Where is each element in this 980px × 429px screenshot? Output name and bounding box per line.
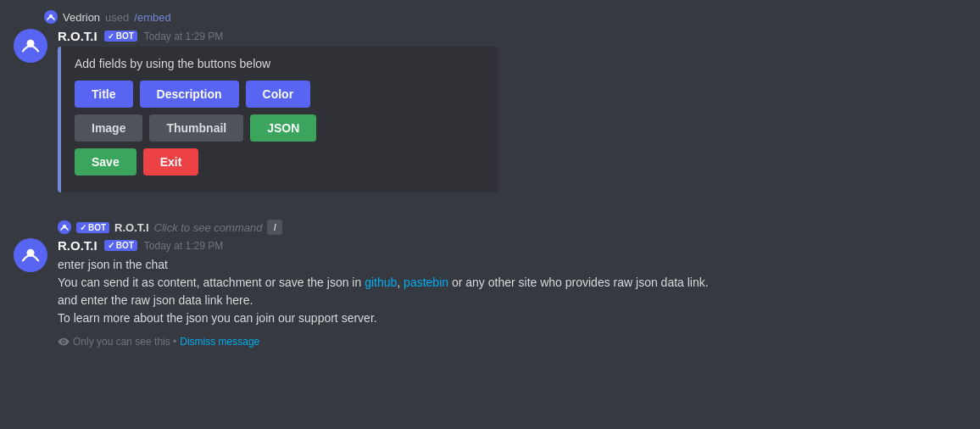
used-by-name: Vedrion <box>63 11 100 24</box>
body-line2-before: You can send it as content, attachment o… <box>58 276 365 289</box>
image-button[interactable]: Image <box>75 114 142 142</box>
first-message-header: R.O.T.I ✓ BOT Today at 1:29 PM <box>58 29 966 43</box>
svg-point-3 <box>27 40 35 47</box>
first-message-content: R.O.T.I ✓ BOT Today at 1:29 PM Add field… <box>58 29 966 192</box>
small-bot-avatar <box>58 220 71 234</box>
command-link: /embed <box>134 11 170 24</box>
bot-username: R.O.T.I <box>58 29 97 43</box>
body-line2-between: , <box>397 276 404 289</box>
embed-container: Add fields by using the buttons below Ti… <box>58 47 498 192</box>
bot-avatar <box>14 29 47 63</box>
dismiss-link[interactable]: Dismiss message <box>180 334 259 349</box>
json-button[interactable]: JSON <box>250 114 316 142</box>
second-message-badge-label: BOT <box>116 241 134 250</box>
body-line2: You can send it as content, attachment o… <box>58 274 966 292</box>
pastebin-link[interactable]: pastebin <box>404 276 448 289</box>
message-timestamp: Today at 1:29 PM <box>144 31 223 42</box>
svg-point-5 <box>63 225 66 228</box>
svg-point-7 <box>27 249 35 257</box>
first-message-group: Vedrion used /embed R.O.T.I ✓ BOT Today … <box>0 0 980 199</box>
svg-point-1 <box>49 14 53 18</box>
badge-check: ✓ <box>108 32 114 41</box>
body-line4: To learn more about the json you can joi… <box>58 309 966 327</box>
body-line2-after: or any other site who provides raw json … <box>448 276 709 289</box>
slash-command-icon[interactable]: / <box>267 220 282 235</box>
button-row-2: Image Thumbnail JSON <box>75 114 485 142</box>
second-message-content: R.O.T.I ✓ BOT Today at 1:29 PM enter jso… <box>58 238 966 349</box>
second-bot-username: R.O.T.I <box>58 238 97 253</box>
second-message-badge-check: ✓ <box>108 241 114 250</box>
thumbnail-button[interactable]: Thumbnail <box>149 114 243 142</box>
body-line3: and enter the raw json data link here. <box>58 292 966 309</box>
small-avatar-icon <box>44 10 58 24</box>
button-row-3: Save Exit <box>75 148 485 176</box>
button-row-1: Title Description Color <box>75 81 485 108</box>
second-message-group: ✓ BOT R.O.T.I Click to see command / R.O… <box>0 213 980 356</box>
message-divider <box>0 199 980 213</box>
second-message-timestamp: Today at 1:29 PM <box>144 240 223 252</box>
used-text: used <box>105 11 129 24</box>
footer-text: Only you can see this • <box>73 334 176 349</box>
title-button[interactable]: Title <box>75 81 133 108</box>
second-bot-avatar <box>14 238 47 272</box>
eye-icon <box>58 336 70 348</box>
color-button[interactable]: Color <box>246 81 311 108</box>
second-message-bot-badge: ✓ BOT <box>104 240 137 251</box>
description-button[interactable]: Description <box>140 81 239 108</box>
bot-badge: ✓ BOT <box>104 31 137 42</box>
second-message-body: enter json in the chat You can send it a… <box>58 256 966 349</box>
badge-label: BOT <box>116 31 134 41</box>
second-bot-name: R.O.T.I <box>114 221 148 234</box>
body-line1: enter json in the chat <box>58 256 966 274</box>
click-to-see: Click to see command <box>154 221 263 234</box>
exit-button[interactable]: Exit <box>143 148 199 176</box>
second-message-row: R.O.T.I ✓ BOT Today at 1:29 PM enter jso… <box>14 238 966 349</box>
embed-description: Add fields by using the buttons below <box>75 57 485 70</box>
second-message-header: R.O.T.I ✓ BOT Today at 1:29 PM <box>58 238 966 253</box>
bot-app-header: ✓ BOT R.O.T.I Click to see command / <box>58 220 966 235</box>
second-badge-check: ✓ <box>80 223 86 232</box>
ephemeral-footer: Only you can see this • Dismiss message <box>58 334 966 349</box>
used-command-header: Vedrion used /embed <box>44 7 966 27</box>
second-badge-label: BOT <box>88 223 106 232</box>
first-message-row: R.O.T.I ✓ BOT Today at 1:29 PM Add field… <box>14 29 966 192</box>
save-button[interactable]: Save <box>75 148 136 176</box>
github-link[interactable]: github <box>365 276 397 289</box>
second-bot-badge: ✓ BOT <box>76 222 109 233</box>
slash-symbol: / <box>274 223 276 232</box>
